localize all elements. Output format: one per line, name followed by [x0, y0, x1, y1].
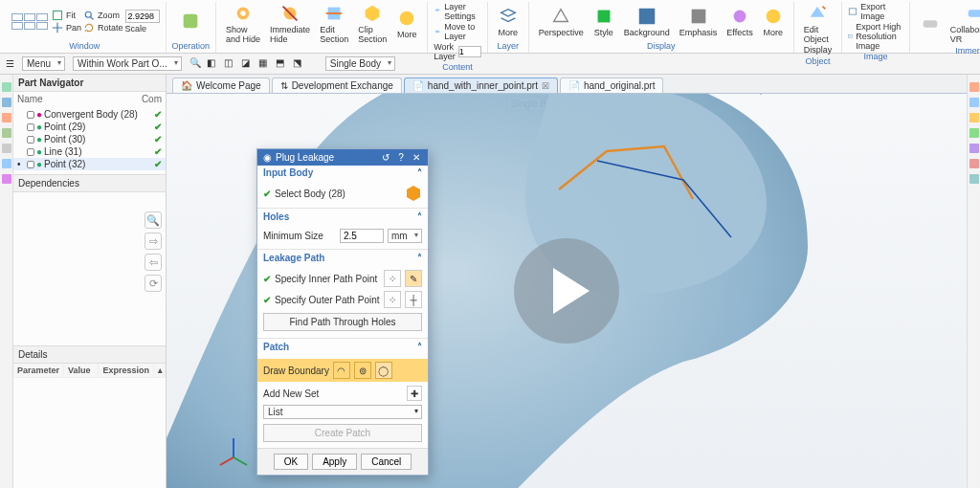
display-more-button[interactable]: More: [759, 5, 788, 38]
body-type-icon[interactable]: [405, 185, 422, 202]
export-hires-button[interactable]: Export High Resolution Image: [848, 22, 903, 51]
section-holes[interactable]: Holes˄: [257, 210, 428, 224]
view-select-combo[interactable]: Single Body: [506, 97, 576, 111]
svg-rect-13: [849, 9, 856, 14]
video-play-button[interactable]: [514, 238, 619, 344]
svg-rect-8: [597, 10, 610, 22]
more-visibility-button[interactable]: More: [392, 7, 421, 40]
add-new-set-label: Add New Set: [263, 388, 403, 399]
menu-combo[interactable]: Menu: [22, 56, 65, 71]
unit-combo[interactable]: mm: [388, 229, 422, 243]
clip-section-button[interactable]: Clip Section: [354, 2, 390, 45]
details-header[interactable]: Details: [13, 345, 166, 364]
apply-button[interactable]: Apply: [312, 454, 357, 470]
window-layout-grid[interactable]: [10, 11, 50, 32]
outer-point-icon-1[interactable]: ⁘: [384, 291, 401, 308]
tree-row[interactable]: ●Convergent Body (28)✔: [13, 108, 166, 121]
emphasis-button[interactable]: Emphasis: [676, 5, 722, 38]
tree-row[interactable]: ●Point (30)✔: [13, 133, 166, 145]
right-tool-strip[interactable]: [967, 75, 980, 488]
perspective-button[interactable]: Perspective: [535, 5, 588, 38]
draw-boundary-opt2[interactable]: ⊚: [354, 362, 371, 379]
single-body-combo[interactable]: Single Body: [325, 56, 395, 71]
details-col-0[interactable]: Parameter: [13, 364, 64, 378]
tab-other-part[interactable]: 📄hand_original.prt: [560, 78, 664, 93]
snap-target-icon[interactable]: ⊕: [582, 99, 590, 109]
background-button[interactable]: Background: [620, 5, 674, 38]
scope-combo[interactable]: Within Work Part O...: [73, 56, 182, 71]
section-patch[interactable]: Patch˄: [257, 340, 428, 354]
hamburger-icon[interactable]: ☰: [6, 58, 14, 69]
details-col-2[interactable]: Expression: [99, 364, 154, 378]
pan-button[interactable]: Pan: [52, 22, 81, 33]
inner-point-icon-1[interactable]: ⁘: [384, 270, 401, 287]
menubar: ☰ Menu Within Work Part O... 🔍◧◫◪▦⬒⬔ Sin…: [0, 54, 980, 75]
col-com[interactable]: Com: [142, 94, 162, 104]
tree-row[interactable]: ●Line (31)✔: [13, 145, 166, 158]
operation-btn[interactable]: [176, 10, 205, 33]
outer-point-label[interactable]: Specify Outer Path Point: [275, 295, 380, 305]
dialog-help-icon[interactable]: ?: [395, 152, 407, 163]
edit-section-button[interactable]: Edit Section: [316, 2, 352, 45]
svg-rect-0: [54, 11, 62, 19]
edit-object-display-button[interactable]: Edit ObjectDisplay: [800, 2, 836, 55]
min-size-input[interactable]: [340, 229, 384, 243]
left-tool-strip[interactable]: [0, 75, 13, 488]
collab-vr-button[interactable]: Collaborative VR: [947, 2, 980, 45]
draw-boundary-active[interactable]: ◯: [375, 362, 392, 379]
svg-rect-16: [969, 10, 980, 16]
dialog-icon: ◉: [263, 152, 272, 163]
details-caret[interactable]: ▴: [154, 364, 166, 378]
tree-row[interactable]: •●Point (32)✔: [13, 158, 166, 170]
fit-button[interactable]: Fit: [52, 10, 81, 21]
tab-welcome[interactable]: 🏠Welcome Page: [172, 78, 270, 93]
layer-settings-button[interactable]: Layer Settings: [434, 2, 481, 21]
group-image: Export Image Export High Resolution Imag…: [842, 2, 910, 53]
zoom-button[interactable]: Zoom: [83, 10, 123, 21]
layer-more-button[interactable]: More: [494, 5, 523, 38]
svg-rect-10: [691, 9, 705, 23]
style-button[interactable]: Style: [590, 5, 618, 38]
ribbon: Fit Pan Zoom Rotate Scale Window Operati…: [0, 0, 980, 54]
zoom-value-input[interactable]: [125, 10, 160, 23]
dialog-footer: OK Apply Cancel: [257, 448, 428, 475]
effects-button[interactable]: Effects: [723, 5, 756, 38]
tree-row[interactable]: ●Point (29)✔: [13, 121, 166, 133]
immediate-hide-button[interactable]: Immediate Hide: [266, 2, 314, 45]
ok-button[interactable]: OK: [274, 454, 308, 470]
details-col-1[interactable]: Value: [64, 364, 99, 378]
show-hide-button[interactable]: Show and Hide: [222, 2, 264, 45]
dialog-title: Plug Leakage: [276, 152, 376, 163]
section-leakage-path[interactable]: Leakage Path˄: [257, 251, 428, 265]
feature-tree: ●Convergent Body (28)✔●Point (29)✔●Point…: [13, 106, 166, 174]
draw-boundary-opt1[interactable]: ◠: [333, 362, 350, 379]
inner-point-label[interactable]: Specify Inner Path Point: [275, 274, 380, 284]
export-image-button[interactable]: Export Image: [848, 2, 903, 21]
rotate-button[interactable]: Rotate: [83, 22, 123, 33]
tab-active-part[interactable]: 📄hand_with_inner_point.prt☒: [404, 78, 558, 93]
cancel-button[interactable]: Cancel: [361, 454, 412, 470]
col-name[interactable]: Name: [17, 94, 43, 104]
add-set-button[interactable]: ✚: [407, 386, 422, 401]
section-input-body[interactable]: Input Body˄: [257, 166, 428, 180]
tab-dev-exchange[interactable]: ⇅Development Exchange: [272, 78, 402, 93]
outer-point-icon-2[interactable]: ┼: [405, 291, 422, 308]
dependencies-header[interactable]: Dependencies: [13, 174, 166, 192]
dialog-reset-icon[interactable]: ↺: [380, 152, 391, 163]
dialog-titlebar[interactable]: ◉ Plug Leakage ↺ ? ✕: [257, 149, 428, 166]
search-icon[interactable]: 🔍: [145, 211, 162, 229]
work-layer-field[interactable]: Work Layer: [434, 42, 481, 61]
draw-boundary-row[interactable]: Draw Boundary ◠ ⊚ ◯: [257, 359, 428, 382]
dialog-close-icon[interactable]: ✕: [411, 152, 422, 163]
move-to-layer-button[interactable]: Move to Layer: [434, 22, 481, 41]
nav-left-icon[interactable]: ⇦: [145, 254, 162, 271]
group-operation: Operation: [167, 2, 217, 53]
inner-point-icon-pick[interactable]: ✎: [405, 270, 422, 287]
list-combo[interactable]: List▾: [263, 405, 422, 419]
refresh-icon[interactable]: ⟳: [145, 275, 162, 292]
find-path-button[interactable]: Find Path Through Holes: [263, 313, 422, 331]
nav-right-icon[interactable]: ⇨: [145, 233, 162, 250]
filter-icons[interactable]: 🔍◧◫◪▦⬒⬔: [189, 57, 306, 71]
select-body-label[interactable]: Select Body (28): [275, 189, 401, 199]
close-icon[interactable]: ☒: [542, 81, 549, 91]
